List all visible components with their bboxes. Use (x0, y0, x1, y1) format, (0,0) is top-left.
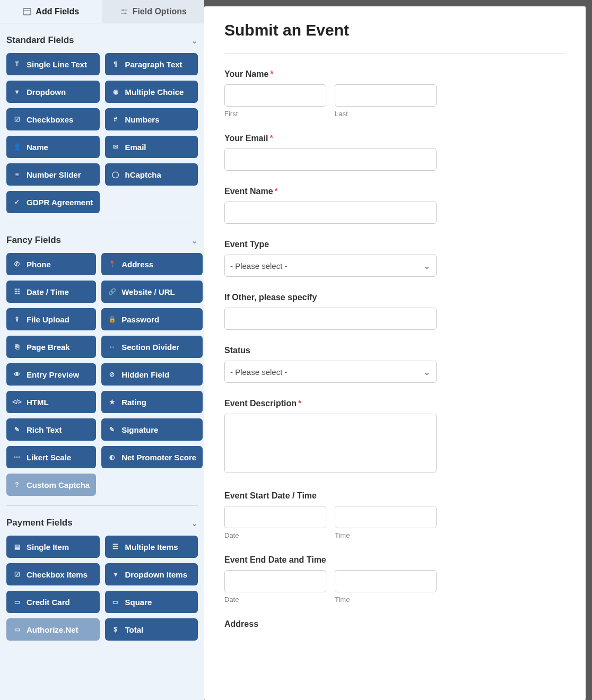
field-btn-website-url[interactable]: 🔗Website / URL (101, 281, 203, 303)
section-payment: Payment Fields ⌄ ▤Single Item☰Multiple I… (0, 506, 204, 650)
field-btn-custom-captcha[interactable]: ?Custom Captcha (6, 474, 96, 496)
hash-icon: # (111, 115, 120, 124)
input-if-other[interactable] (224, 308, 437, 330)
field-btn-multiple-items[interactable]: ☰Multiple Items (105, 536, 198, 558)
add-fields-icon (23, 7, 31, 16)
field-btn-paragraph-text[interactable]: ¶Paragraph Text (105, 53, 198, 75)
field-btn-number-slider[interactable]: ≡Number Slider (6, 163, 100, 186)
input-end-time[interactable] (335, 570, 437, 592)
field-btn-label: Paragraph Text (125, 60, 182, 69)
pencil-icon: ✎ (13, 425, 21, 434)
field-btn-total[interactable]: $Total (105, 618, 198, 641)
field-btn-label: Email (125, 143, 146, 152)
sublabel-start-time: Time (335, 531, 437, 539)
field-btn-label: Rating (121, 398, 146, 407)
field-btn-likert-scale[interactable]: ⋯Likert Scale (6, 446, 96, 468)
tab-add-fields[interactable]: Add Fields (0, 0, 102, 23)
section-payment-header[interactable]: Payment Fields ⌄ (6, 506, 198, 536)
tab-field-options[interactable]: Field Options (102, 0, 205, 23)
field-your-name[interactable]: Your Name* First Last (224, 69, 565, 118)
field-btn-password[interactable]: 🔒Password (101, 308, 203, 330)
select-status[interactable]: - Please select - (224, 361, 437, 383)
field-address[interactable]: Address (224, 619, 565, 629)
field-btn-signature[interactable]: ✎Signature (101, 418, 203, 441)
field-btn-square[interactable]: ▭Square (105, 591, 198, 613)
label-event-type: Event Type (224, 240, 565, 249)
sublabel-end-date: Date (224, 596, 326, 603)
field-start-date-time[interactable]: Event Start Date / Time Date Time (224, 491, 565, 539)
field-your-email[interactable]: Your Email* (224, 134, 565, 171)
field-btn-checkboxes[interactable]: ☑Checkboxes (6, 108, 100, 130)
field-event-description[interactable]: Event Description* (224, 399, 565, 475)
field-btn-hidden-field[interactable]: ⊘Hidden Field (101, 363, 203, 386)
field-btn-dropdown[interactable]: ▾Dropdown (6, 81, 100, 103)
field-btn-section-divider[interactable]: ↔Section Divider (101, 336, 203, 358)
field-if-other[interactable]: If Other, please specify (224, 293, 565, 330)
field-btn-page-break[interactable]: ⎘Page Break (6, 336, 96, 358)
page-icon: ⎘ (13, 343, 21, 351)
field-btn-multiple-choice[interactable]: ◉Multiple Choice (105, 81, 198, 103)
field-btn-single-line-text[interactable]: TSingle Line Text (6, 53, 100, 75)
eye-icon: 👁 (13, 370, 21, 379)
user-icon: 👤 (13, 143, 21, 151)
question-icon: ? (13, 480, 21, 489)
field-btn-gdpr-agreement[interactable]: ✓GDPR Agreement (6, 191, 100, 213)
field-btn-date-time[interactable]: ☷Date / Time (6, 281, 96, 303)
input-email[interactable] (224, 148, 437, 171)
field-btn-html[interactable]: </>HTML (6, 391, 96, 413)
input-last-name[interactable] (335, 84, 437, 107)
field-btn-label: Single Line Text (27, 60, 87, 69)
tabs: Add Fields Field Options (0, 0, 204, 23)
section-standard-title: Standard Fields (6, 35, 74, 46)
field-btn-hcaptcha[interactable]: ◯hCaptcha (105, 163, 198, 186)
upload-icon: ⇪ (13, 315, 21, 323)
field-event-type[interactable]: Event Type - Please select - ⌄ (224, 240, 565, 277)
field-btn-credit-card[interactable]: ▭Credit Card (6, 591, 100, 613)
svg-point-5 (124, 12, 126, 14)
field-btn-rating[interactable]: ★Rating (101, 391, 203, 413)
field-btn-single-item[interactable]: ▤Single Item (6, 536, 100, 558)
field-btn-file-upload[interactable]: ⇪File Upload (6, 308, 96, 330)
field-btn-label: Entry Preview (27, 370, 79, 379)
input-start-time[interactable] (335, 506, 437, 528)
field-btn-name[interactable]: 👤Name (6, 136, 100, 158)
phone-icon: ✆ (13, 260, 21, 268)
input-start-date[interactable] (224, 506, 326, 528)
field-btn-net-promoter-score[interactable]: ◐Net Promoter Score (101, 446, 203, 468)
field-btn-label: Credit Card (27, 598, 70, 607)
input-first-name[interactable] (224, 84, 326, 107)
field-btn-email[interactable]: ✉Email (105, 136, 198, 158)
section-standard-header[interactable]: Standard Fields ⌄ (6, 23, 198, 53)
field-btn-label: hCaptcha (125, 170, 161, 179)
field-btn-address[interactable]: 📍Address (101, 253, 203, 275)
label-event-description: Event Description* (224, 399, 565, 408)
check-square-icon: ☑ (13, 115, 21, 124)
field-btn-label: Page Break (27, 343, 70, 352)
field-btn-authorize-net[interactable]: ▭Authorize.Net (6, 618, 100, 641)
field-btn-label: Rich Text (27, 425, 62, 434)
field-btn-label: Section Divider (121, 343, 179, 352)
field-btn-checkbox-items[interactable]: ☑Checkbox Items (6, 563, 100, 585)
calendar-icon: ☷ (13, 287, 21, 296)
link-icon: 🔗 (108, 287, 116, 296)
input-event-name[interactable] (224, 202, 437, 224)
field-btn-phone[interactable]: ✆Phone (6, 253, 96, 275)
field-status[interactable]: Status - Please select - ⌄ (224, 346, 565, 383)
input-end-date[interactable] (224, 570, 326, 592)
field-event-name[interactable]: Event Name* (224, 187, 565, 224)
sublabel-end-time: Time (335, 596, 437, 603)
caret-square-icon: ▾ (111, 570, 120, 579)
section-standard: Standard Fields ⌄ TSingle Line Text¶Para… (0, 23, 204, 223)
field-end-date-time[interactable]: Event End Date and Time Date Time (224, 555, 565, 603)
check-badge-icon: ✓ (13, 198, 21, 206)
arrows-h-icon: ↔ (108, 343, 116, 351)
select-event-type[interactable]: - Please select - (224, 255, 437, 277)
field-btn-dropdown-items[interactable]: ▾Dropdown Items (105, 563, 198, 585)
code-icon: </> (13, 398, 21, 406)
textarea-event-description[interactable] (224, 414, 437, 473)
field-btn-rich-text[interactable]: ✎Rich Text (6, 418, 96, 441)
field-btn-entry-preview[interactable]: 👁Entry Preview (6, 363, 96, 386)
field-btn-numbers[interactable]: #Numbers (105, 108, 198, 130)
section-fancy-header[interactable]: Fancy Fields ⌄ (6, 223, 198, 253)
field-btn-label: Single Item (27, 542, 69, 552)
